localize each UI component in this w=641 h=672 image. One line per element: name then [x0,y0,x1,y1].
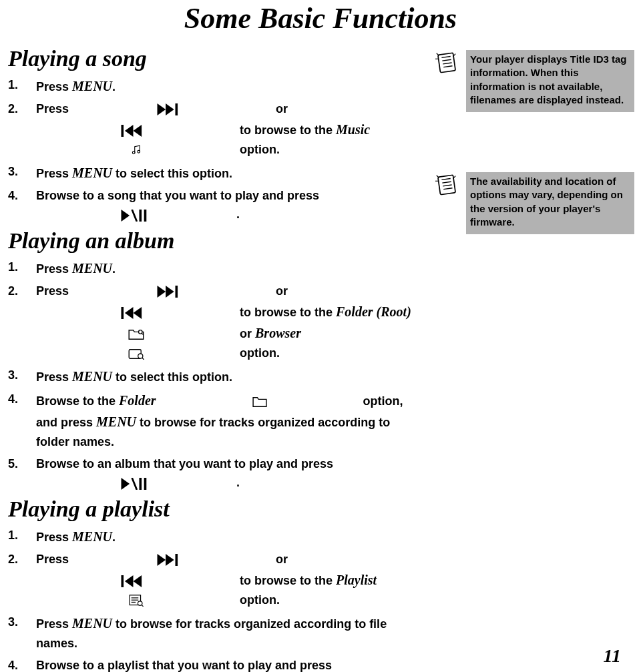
step-number: 5. [8,454,24,493]
note-icon [434,50,459,75]
step-number: 1. [8,526,24,547]
step-body: Press MENU. [36,75,422,97]
sidebar: Your player displays Title ID3 tag infor… [434,42,634,254]
song-steps: 1. Press MENU. 2. Press or to browse to … [8,75,422,224]
prev-track-icon [36,125,236,137]
folder-root-icon [36,328,236,340]
step-number: 4. [8,390,24,452]
step-body: Press MENU to select this option. [36,366,422,387]
step-body: Browse to an album that you want to play… [36,454,422,493]
next-track-icon [72,286,272,298]
step-number: 2. [8,550,24,610]
step-body: Press or to browse to the Music option. [36,99,422,159]
section-heading-playlist: Playing a playlist [8,496,422,522]
next-track-icon [72,103,272,115]
sidebar-note-text: The availability and location of options… [466,172,634,234]
step-body: Press MENU to browse for tracks organize… [36,613,422,653]
step-number: 4. [8,186,24,225]
step-number: 3. [8,162,24,184]
step-number: 4. [8,656,24,672]
step-number: 1. [8,258,24,279]
page-number: 11 [604,645,621,667]
step-number: 1. [8,75,24,97]
album-steps: 1. Press MENU. 2. Press or to browse to … [8,258,422,492]
folder-icon [160,396,360,408]
browser-icon [36,348,236,360]
play-pause-icon [36,210,236,222]
step-body: Browse to the Folder option, and press M… [36,390,422,452]
sidebar-note: Your player displays Title ID3 tag infor… [434,50,634,112]
step-number: 3. [8,613,24,653]
step-number: 3. [8,366,24,387]
prev-track-icon [36,307,236,319]
step-body: Browse to a song that you want to play a… [36,186,422,225]
step-body: Press MENU. [36,526,422,547]
next-track-icon [72,554,272,566]
step-body: Press MENU to select this option. [36,162,422,184]
step-number: 2. [8,282,24,363]
main-content: Playing a song 1. Press MENU. 2. Press o… [8,42,422,672]
sidebar-note: The availability and location of options… [434,172,634,234]
step-body: Browse to a playlist that you want to pl… [36,656,422,672]
playlist-icon [36,595,236,607]
step-body: Press MENU. [36,258,422,279]
music-icon [36,144,236,156]
page-title: Some Basic Functions [0,0,641,35]
play-pause-icon [36,478,236,490]
sidebar-note-text: Your player displays Title ID3 tag infor… [466,50,634,112]
section-heading-song: Playing a song [8,46,422,71]
step-body: Press or to browse to the Playlist optio… [36,550,422,610]
playlist-steps: 1. Press MENU. 2. Press or to browse to … [8,526,422,672]
section-heading-album: Playing an album [8,228,422,254]
prev-track-icon [36,575,236,587]
note-icon [434,172,459,198]
step-body: Press or to browse to the Folder (Root) … [36,282,422,363]
step-number: 2. [8,99,24,159]
